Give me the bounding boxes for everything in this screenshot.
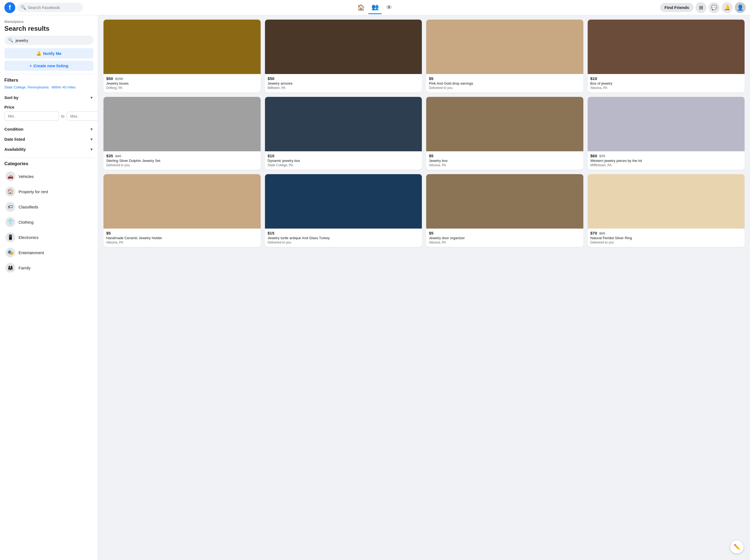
nav-home-button[interactable]: 🏠 — [354, 1, 368, 14]
availability-filter[interactable]: Availability ▼ — [4, 144, 93, 154]
price-max-input[interactable] — [67, 111, 98, 121]
listing-card[interactable]: $50 $150 Jewelry boxes Drifting, PA — [103, 20, 261, 92]
listing-location: Delivered to you — [429, 86, 580, 90]
classifieds-icon: 🏷 — [5, 202, 15, 212]
marketplace-search-input[interactable] — [16, 38, 90, 43]
entertainment-icon: 🎭 — [5, 248, 15, 257]
divider-2 — [4, 158, 93, 158]
listing-image — [588, 97, 745, 151]
listing-info: $50 Jewelry armoire Millheim, PA — [265, 74, 422, 92]
listing-image — [588, 20, 745, 74]
location-filter-link[interactable]: State College, Pennsylvania · Within 40 … — [4, 85, 93, 89]
listing-original-price: $40 — [115, 154, 121, 158]
global-search-input[interactable] — [28, 5, 80, 10]
facebook-logo[interactable]: f — [4, 2, 15, 13]
sidebar-item-family[interactable]: 👨‍👩‍👧 Family — [4, 260, 93, 275]
price-filter-section: Price to — [4, 103, 93, 121]
property-for-rent-icon: 🏠 — [5, 187, 15, 196]
nav-right: Find Friends ⊞ 💬 🔔 👤 — [658, 2, 746, 13]
sidebar-item-property-for-rent[interactable]: 🏠 Property for rent — [4, 184, 93, 199]
create-listing-button[interactable]: + Create new listing — [4, 61, 93, 71]
date-chevron-icon: ▼ — [90, 137, 93, 142]
listing-card[interactable]: $5 Jewelry box Altoona, PA — [426, 97, 583, 170]
listing-card[interactable]: $10 Box of jewelry Altoona, PA — [588, 20, 745, 92]
listing-original-price: $85 — [599, 231, 605, 235]
sidebar-item-clothing[interactable]: 👕 Clothing — [4, 214, 93, 230]
nav-friends-button[interactable]: 👥 — [369, 1, 381, 14]
condition-chevron-icon: ▼ — [90, 127, 93, 131]
listings-grid: $50 $150 Jewelry boxes Drifting, PA $50 … — [103, 20, 745, 247]
clothing-icon: 👕 — [5, 217, 15, 227]
listing-card[interactable]: $50 Jewelry armoire Millheim, PA — [265, 20, 422, 92]
category-label: Classifieds — [19, 205, 38, 209]
listing-price: $35 — [106, 153, 113, 158]
listing-image — [103, 20, 261, 74]
availability-chevron-icon: ▼ — [90, 147, 93, 151]
edit-fab-button[interactable]: ✏️ — [730, 540, 744, 554]
sidebar: Marketplace Search results 🔍 🔔 Notify Me… — [0, 15, 98, 560]
category-label: Clothing — [19, 220, 34, 225]
main-content: $50 $150 Jewelry boxes Drifting, PA $50 … — [98, 15, 750, 560]
listing-title: Jewelry armoire — [268, 81, 419, 85]
global-search-bar[interactable]: 🔍 — [17, 3, 83, 12]
listing-card[interactable]: $5 Handmade Ceramic Jewelry Holder Altoo… — [103, 174, 261, 247]
messenger-button[interactable]: 💬 — [709, 2, 719, 13]
listing-location: Altoona, PA — [106, 241, 258, 244]
listing-card[interactable]: $5 Pink And Gold drop earrings Delivered… — [426, 20, 583, 92]
notifications-button[interactable]: 🔔 — [722, 2, 733, 13]
condition-filter[interactable]: Condition ▼ — [4, 124, 93, 134]
listing-original-price: $150 — [115, 77, 123, 81]
listing-price-row: $50 — [268, 76, 419, 81]
listing-location: Altoona, PA — [590, 86, 742, 90]
listing-card[interactable]: $5 Jewelry door organizer Altoona, PA — [426, 174, 583, 247]
find-friends-button[interactable]: Find Friends — [660, 3, 693, 12]
listing-info: $5 Pink And Gold drop earrings Delivered… — [426, 74, 583, 92]
listing-card[interactable]: $35 $40 Sterling Silver Dolphin Jewelry … — [103, 97, 261, 170]
listing-price-row: $5 — [429, 153, 580, 158]
listing-card[interactable]: $70 $85 Natural Peridot Silver Ring Deli… — [588, 174, 745, 247]
top-navigation: f 🔍 🏠 👥 👁 Find Friends ⊞ 💬 🔔 👤 — [0, 0, 750, 15]
date-listed-filter[interactable]: Date listed ▼ — [4, 134, 93, 144]
categories-list: 🚗 Vehicles 🏠 Property for rent 🏷 Classif… — [4, 169, 93, 275]
listing-price-row: $35 $40 — [106, 153, 258, 158]
listing-price-row: $60 $75 — [590, 153, 742, 158]
listing-location: Drifting, PA — [106, 86, 258, 90]
grid-menu-button[interactable]: ⊞ — [695, 2, 706, 13]
listing-location: State College, PA — [268, 163, 419, 167]
marketplace-search-bar[interactable]: 🔍 — [4, 36, 93, 45]
listing-card[interactable]: $15 Jewelry turtle antique And Glass Tur… — [265, 174, 422, 247]
listing-price-row: $50 $150 — [106, 76, 258, 81]
listing-location: Delivered to you — [268, 241, 419, 244]
listing-image — [103, 174, 261, 229]
listing-price-row: $15 — [268, 231, 419, 235]
listing-price: $10 — [590, 76, 597, 81]
listing-title: Handmade Ceramic Jewelry Holder — [106, 236, 258, 240]
listing-price-row: $5 — [106, 231, 258, 235]
listing-image — [426, 20, 583, 74]
listing-price: $70 — [590, 231, 597, 235]
sidebar-item-vehicles[interactable]: 🚗 Vehicles — [4, 169, 93, 184]
listing-price-row: $5 — [429, 76, 580, 81]
listing-info: $60 $75 Western jewelry pieces by the lo… — [588, 151, 745, 170]
search-icon: 🔍 — [8, 38, 13, 43]
listing-info: $5 Jewelry box Altoona, PA — [426, 151, 583, 170]
listing-card[interactable]: $60 $75 Western jewelry pieces by the lo… — [588, 97, 745, 170]
price-min-input[interactable] — [4, 111, 59, 121]
listing-card[interactable]: $10 Dynamic jewelry box State College, P… — [265, 97, 422, 170]
listing-image — [103, 97, 261, 151]
notify-me-button[interactable]: 🔔 Notify Me — [4, 48, 93, 59]
listing-info: $10 Box of jewelry Altoona, PA — [588, 74, 745, 92]
avatar[interactable]: 👤 — [735, 2, 746, 13]
listing-title: Pink And Gold drop earrings — [429, 81, 580, 85]
listing-title: Jewelry door organizer — [429, 236, 580, 240]
listing-price: $10 — [268, 153, 275, 158]
nav-watch-button[interactable]: 👁 — [382, 1, 396, 14]
listing-info: $5 Handmade Ceramic Jewelry Holder Altoo… — [103, 229, 261, 247]
listing-info: $50 $150 Jewelry boxes Drifting, PA — [103, 74, 261, 92]
sidebar-item-electronics[interactable]: 📱 Electronics — [4, 230, 93, 245]
vehicles-icon: 🚗 — [5, 171, 15, 181]
sidebar-item-classifieds[interactable]: 🏷 Classifieds — [4, 199, 93, 214]
listing-price: $50 — [268, 76, 275, 81]
sidebar-item-entertainment[interactable]: 🎭 Entertainment — [4, 245, 93, 260]
sort-by-filter[interactable]: Sort by ▼ — [4, 92, 93, 103]
